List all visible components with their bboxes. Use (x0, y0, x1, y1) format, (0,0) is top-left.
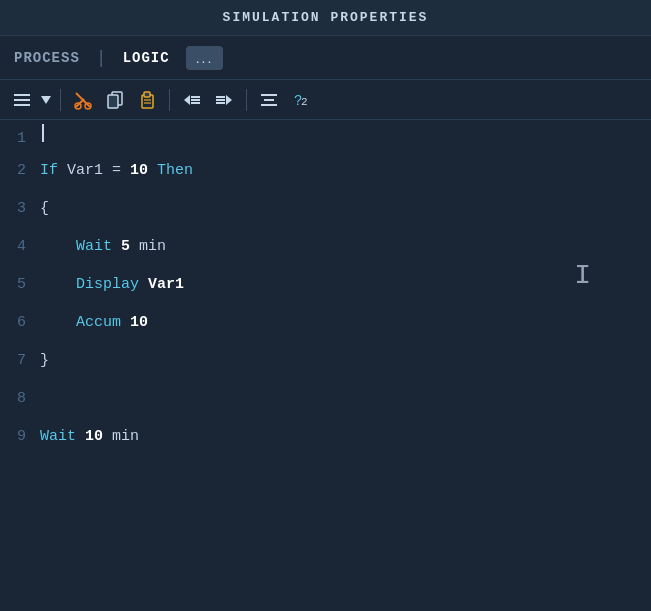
code-lines: 1 2 If Var1 = 10 Then 3 { 4 (0, 120, 651, 466)
toolbar-sep-2 (169, 89, 170, 111)
code-text (121, 314, 130, 331)
code-text (76, 428, 85, 445)
line-content-4: Wait 5 min (40, 238, 166, 255)
svg-marker-14 (184, 95, 190, 105)
keyword-wait: Wait (76, 238, 112, 255)
svg-rect-1 (14, 99, 30, 101)
line-content-9: Wait 10 min (40, 428, 139, 445)
keyword-then: Then (157, 162, 193, 179)
tab-logic[interactable]: LOGIC (111, 42, 182, 74)
line-number-1: 1 (0, 130, 40, 147)
line-content-2: If Var1 = 10 Then (40, 162, 193, 179)
svg-rect-11 (144, 92, 150, 97)
align-button[interactable] (255, 87, 283, 113)
svg-rect-21 (216, 102, 225, 104)
title-text: SIMULATION PROPERTIES (223, 10, 429, 25)
svg-rect-23 (264, 99, 274, 101)
code-text (139, 276, 148, 293)
line-number-9: 9 (0, 428, 40, 445)
open-brace: { (40, 200, 49, 217)
indent (40, 276, 76, 293)
keyword-if: If (40, 162, 58, 179)
keyword-wait-2: Wait (40, 428, 76, 445)
svg-rect-0 (14, 94, 30, 96)
dropdown-arrow-icon[interactable] (40, 94, 52, 106)
indent (40, 238, 76, 255)
line-content-7: } (40, 352, 49, 369)
code-text (112, 238, 121, 255)
code-text: Var1 = (58, 162, 130, 179)
line-content-6: Accum 10 (40, 314, 148, 331)
var-var1: Var1 (148, 276, 184, 293)
number-10: 10 (130, 162, 148, 179)
outdent-button[interactable] (178, 87, 206, 113)
line-number-2: 2 (0, 162, 40, 179)
svg-rect-19 (216, 96, 225, 98)
variable-button[interactable]: ? 2 (287, 87, 315, 113)
svg-rect-17 (191, 102, 200, 104)
line-number-8: 8 (0, 390, 40, 407)
line-content-5: Display Var1 (40, 276, 184, 293)
unit-min-2: min (103, 428, 139, 445)
code-line-7: 7 } (0, 352, 651, 390)
unit-min: min (130, 238, 166, 255)
svg-rect-2 (14, 104, 30, 106)
svg-rect-15 (191, 96, 200, 98)
cut-button[interactable] (69, 87, 97, 113)
code-line-4: 4 Wait 5 min (0, 238, 651, 276)
line-content-3: { (40, 200, 49, 217)
close-brace: } (40, 352, 49, 369)
code-line-8: 8 (0, 390, 651, 428)
code-editor[interactable]: 1 2 If Var1 = 10 Then 3 { 4 (0, 120, 651, 603)
number-10-accum: 10 (130, 314, 148, 331)
svg-rect-22 (261, 94, 277, 96)
line-number-4: 4 (0, 238, 40, 255)
tab-process[interactable]: PROCESS (10, 42, 92, 74)
svg-rect-20 (216, 99, 225, 101)
svg-marker-18 (226, 95, 232, 105)
svg-rect-24 (261, 104, 277, 106)
copy-button[interactable] (101, 87, 129, 113)
line-number-6: 6 (0, 314, 40, 331)
toolbar-sep-3 (246, 89, 247, 111)
line-number-5: 5 (0, 276, 40, 293)
svg-rect-16 (191, 99, 200, 101)
line-number-3: 3 (0, 200, 40, 217)
indent (40, 314, 76, 331)
svg-rect-9 (108, 95, 118, 108)
svg-text:2: 2 (301, 96, 308, 108)
code-line-3: 3 { (0, 200, 651, 238)
line-content-1 (40, 124, 44, 142)
indent-button[interactable] (210, 87, 238, 113)
toolbar: ? 2 (0, 80, 651, 120)
code-line-9: 9 Wait 10 min (0, 428, 651, 466)
number-10-wait: 10 (85, 428, 103, 445)
number-5: 5 (121, 238, 130, 255)
code-line-1: 1 (0, 124, 651, 162)
toolbar-sep-1 (60, 89, 61, 111)
code-line-6: 6 Accum 10 (0, 314, 651, 352)
paste-button[interactable] (133, 87, 161, 113)
keyword-accum: Accum (76, 314, 121, 331)
tab-more-button[interactable]: ... (186, 46, 224, 70)
keyword-display: Display (76, 276, 139, 293)
code-line-5: 5 Display Var1 (0, 276, 651, 314)
text-cursor (42, 124, 44, 142)
code-text (148, 162, 157, 179)
code-line-2: 2 If Var1 = 10 Then (0, 162, 651, 200)
svg-marker-3 (41, 96, 51, 104)
tab-bar: PROCESS | LOGIC ... (0, 36, 651, 80)
list-icon[interactable] (8, 87, 36, 113)
tab-divider: | (96, 48, 107, 68)
line-number-7: 7 (0, 352, 40, 369)
title-bar: SIMULATION PROPERTIES (0, 0, 651, 36)
